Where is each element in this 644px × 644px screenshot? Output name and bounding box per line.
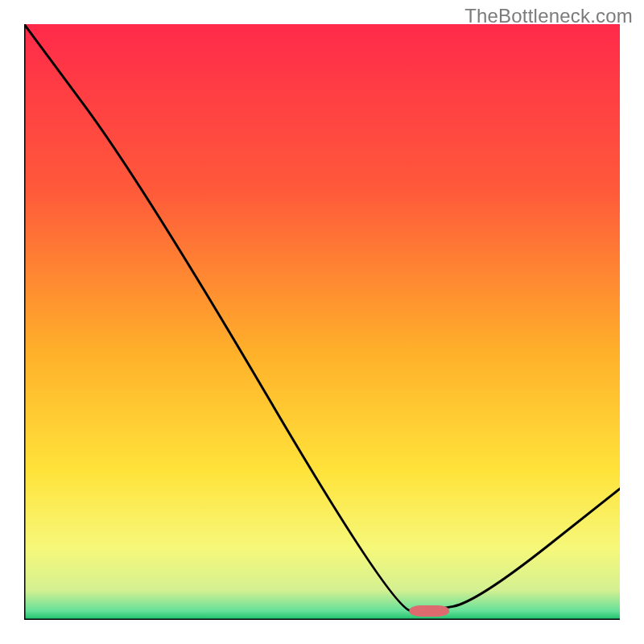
- chart-gradient-background: [24, 24, 620, 620]
- chart-container: TheBottleneck.com: [0, 0, 644, 644]
- optimal-marker: [409, 605, 449, 617]
- chart-svg: [24, 24, 620, 620]
- chart-plot: [24, 24, 620, 620]
